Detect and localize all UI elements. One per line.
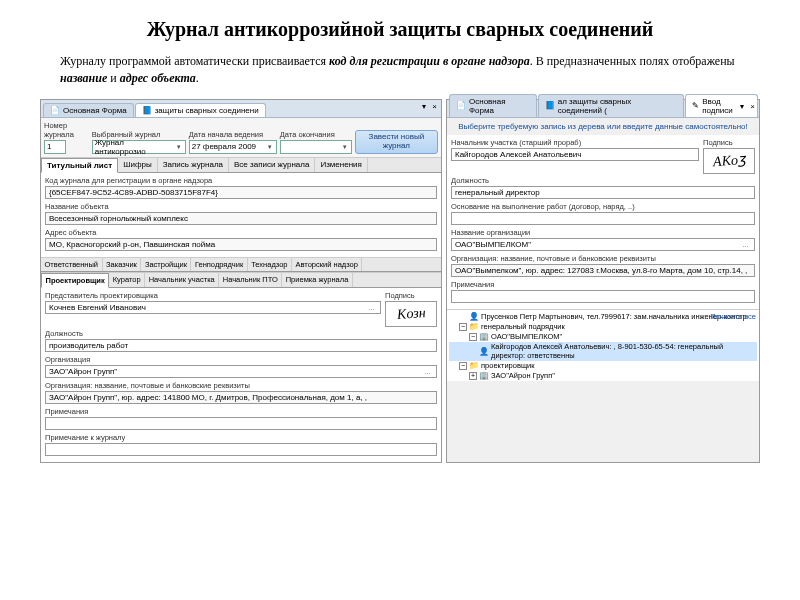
instruction-text: Выберите требуемую запись из дерева или … xyxy=(447,118,759,135)
page-title: Журнал антикоррозийной защиты сварных со… xyxy=(0,0,800,51)
journal-notes-label: Примечание к журналу xyxy=(45,433,437,442)
building-icon: 🏢 xyxy=(479,371,489,380)
position-field[interactable]: генеральный директор xyxy=(451,186,755,199)
tree-designer[interactable]: −📁проектировщик xyxy=(449,361,757,371)
chevron-down-icon[interactable]: ▼ xyxy=(341,144,349,150)
site-head-field[interactable]: Кайгородов Алексей Анатольевич xyxy=(451,148,699,161)
work-basis-field[interactable] xyxy=(451,212,755,225)
tree-org[interactable]: −🏢ОАО"ВЫМПЕЛКОМ" xyxy=(449,332,757,342)
tab-codes[interactable]: Шифры xyxy=(118,158,158,172)
notes-label: Примечания xyxy=(451,280,755,289)
designer-rep-label: Представитель проектировщика xyxy=(45,291,381,300)
tab-customer[interactable]: Заказчик xyxy=(103,258,142,271)
person-icon: 👤 xyxy=(479,347,489,356)
signature-box[interactable]: Koзн xyxy=(385,301,437,327)
form-icon: 📄 xyxy=(50,106,60,115)
org-details-label: Организация: название, почтовые и банков… xyxy=(451,254,755,263)
tab-tech-supervision[interactable]: Технадзор xyxy=(248,258,292,271)
tab-developer[interactable]: Застройщик xyxy=(141,258,191,271)
tab-author-supervision[interactable]: Авторский надзор xyxy=(292,258,362,271)
tree-contractor[interactable]: −📁генеральный подрядчик xyxy=(449,322,757,332)
tab-curator[interactable]: Куратор xyxy=(109,273,145,287)
signature-image: Koзн xyxy=(396,305,426,323)
tab-acceptance[interactable]: Приемка журнала xyxy=(282,273,353,287)
tab-journal[interactable]: 📘ал защиты сварных соединений ( xyxy=(538,94,684,117)
tab-changes[interactable]: Изменения xyxy=(315,158,367,172)
ellipsis-icon[interactable]: … xyxy=(366,304,377,311)
tab-main-form[interactable]: 📄Основная Форма xyxy=(449,94,537,117)
selected-journal-dropdown[interactable]: Журнал антикоррозио▼ xyxy=(92,140,186,154)
page-description: Журналу программой автоматически присваи… xyxy=(0,51,800,99)
org-details-field[interactable]: ЗАО"Айрон Групп", юр. адрес: 141800 МО, … xyxy=(45,391,437,404)
journal-number-label: Номер журнала xyxy=(44,121,89,139)
org-name-label: Название организации xyxy=(451,228,755,237)
tree-org[interactable]: +🏢ЗАО"Айрон Групп" xyxy=(449,371,757,381)
tab-title-sheet[interactable]: Титульный лист xyxy=(41,158,118,173)
tab-responsible[interactable]: Ответственный xyxy=(41,258,103,271)
collapse-icon[interactable]: − xyxy=(459,323,467,331)
tree-person[interactable]: 👤Прусенков Петр Мартынович, тел.7999617:… xyxy=(449,312,757,322)
tab-entry[interactable]: Запись журнала xyxy=(158,158,229,172)
chevron-down-icon[interactable]: ▼ xyxy=(266,144,274,150)
folder-icon: 📁 xyxy=(469,361,479,370)
collapse-icon[interactable]: − xyxy=(459,362,467,370)
tab-all-entries[interactable]: Все записи журнала xyxy=(229,158,315,172)
tab-dropdown-icon[interactable]: ▾ xyxy=(738,102,746,111)
org-details-field[interactable]: ОАО"Вымпелком", юр. адрес: 127083 г.Моск… xyxy=(451,264,755,277)
tab-general-contractor[interactable]: Генподрядчик xyxy=(191,258,247,271)
registration-code-label: Код журнала для регистрации в органе над… xyxy=(45,176,437,185)
org-tree[interactable]: 👤Прусенков Петр Мартынович, тел.7999617:… xyxy=(447,309,759,381)
position-label: Должность xyxy=(45,329,437,338)
window-tabs: 📄Основная Форма 📘ал защиты сварных соеди… xyxy=(447,100,759,118)
journal-notes-field[interactable] xyxy=(45,443,437,456)
tab-dropdown-icon[interactable]: ▾ xyxy=(420,102,428,111)
notes-label: Примечания xyxy=(45,407,437,416)
notes-field[interactable] xyxy=(451,290,755,303)
tab-main-form[interactable]: 📄Основная Форма xyxy=(43,103,134,117)
form-icon: 📄 xyxy=(456,101,466,110)
tab-journal[interactable]: 📘защиты сварных соединени xyxy=(135,103,266,117)
organization-field[interactable]: ЗАО"Айрон Групп"… xyxy=(45,365,437,378)
signature-window: 📄Основная Форма 📘ал защиты сварных соеди… xyxy=(446,99,760,463)
tab-designer[interactable]: Проектировщик xyxy=(41,273,109,288)
notes-field[interactable] xyxy=(45,417,437,430)
collapse-icon[interactable]: − xyxy=(469,333,477,341)
registration-code-field[interactable]: {65CEF847-9C52-4C89-ADBD-5083715F87F4} xyxy=(45,186,437,199)
object-address-field[interactable]: МО, Красногорский р-он, Павшинская пойма xyxy=(45,238,437,251)
new-journal-button[interactable]: Завести новый журнал xyxy=(355,130,438,154)
start-date-input[interactable]: 27 февраля 2009▼ xyxy=(189,140,277,154)
organization-label: Организация xyxy=(45,355,437,364)
tab-site-manager[interactable]: Начальник участка xyxy=(145,273,219,287)
object-name-field[interactable]: Всесезонный горнолыжный комплекс xyxy=(45,212,437,225)
start-date-label: Дата начала ведения xyxy=(189,130,277,139)
object-name-label: Название объекта xyxy=(45,202,437,211)
book-icon: 📘 xyxy=(142,106,152,115)
designer-rep-field[interactable]: Кочнев Евгений Иванович… xyxy=(45,301,381,314)
work-basis-label: Основание на выполнение работ (договор, … xyxy=(451,202,755,211)
object-address-label: Адрес объекта xyxy=(45,228,437,237)
signature-box[interactable]: AКoʒ xyxy=(703,148,755,174)
signature-label: Подпись xyxy=(703,138,755,147)
org-name-field[interactable]: ОАО"ВЫМПЕЛКОМ"… xyxy=(451,238,755,251)
tab-pto-head[interactable]: Начальник ПТО xyxy=(219,273,282,287)
window-tabs: 📄Основная Форма 📘защиты сварных соединен… xyxy=(41,100,441,118)
chevron-down-icon[interactable]: ▼ xyxy=(175,144,183,150)
journal-number-input[interactable]: 1 xyxy=(44,140,66,154)
tree-person-selected[interactable]: 👤Кайгородов Алексей Анатольевич: , 8-901… xyxy=(449,342,757,361)
folder-icon: 📁 xyxy=(469,322,479,331)
ellipsis-icon[interactable]: … xyxy=(740,241,751,248)
show-all-link[interactable]: Показать все xyxy=(710,312,756,321)
ellipsis-icon[interactable]: … xyxy=(422,368,433,375)
end-date-input[interactable]: ▼ xyxy=(280,140,352,154)
tab-close-icon[interactable]: × xyxy=(748,102,757,111)
position-field[interactable]: производитель работ xyxy=(45,339,437,352)
org-details-label: Организация: название, почтовые и банков… xyxy=(45,381,437,390)
end-date-label: Дата окончания xyxy=(280,130,352,139)
book-icon: 📘 xyxy=(545,101,555,110)
tab-close-icon[interactable]: × xyxy=(430,102,439,111)
expand-icon[interactable]: + xyxy=(469,372,477,380)
signature-image: AКoʒ xyxy=(712,151,746,170)
signature-label: Подпись xyxy=(385,291,437,300)
position-label: Должность xyxy=(451,176,755,185)
role-tabs-row2: Проектировщик Куратор Начальник участка … xyxy=(41,272,441,288)
